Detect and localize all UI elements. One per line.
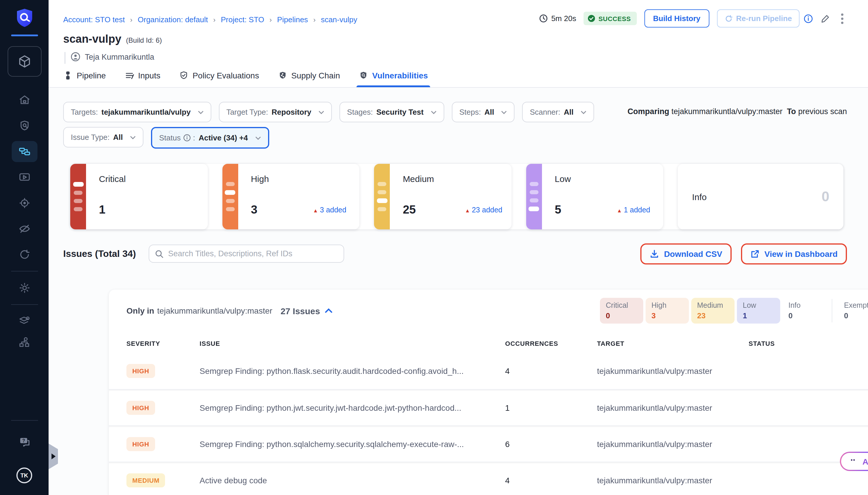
issue-title[interactable]: Semgrep Finding: python.sqlalchemy.secur… — [200, 439, 505, 448]
ai-robot-icon — [849, 456, 859, 466]
severity-card-medium[interactable]: Medium 25 ▲23 added — [374, 164, 511, 229]
severity-card-low[interactable]: Low 5 ▲1 added — [526, 164, 663, 229]
tab-policy-evaluations[interactable]: Policy Evaluations — [179, 64, 259, 87]
chip-exempted: Exempted0 — [838, 298, 868, 324]
info-icon — [804, 14, 813, 23]
severity-chip-row: Critical0 High3 Medium23 Low1 Info0 — [600, 298, 868, 324]
issue-title[interactable]: Semgrep Finding: python.flask.security.a… — [200, 366, 505, 376]
sidebar-item-home[interactable] — [12, 89, 37, 110]
sidebar-item-overview[interactable] — [12, 115, 37, 136]
filter-stages[interactable]: Stages:Security Test — [339, 102, 444, 122]
build-history-button[interactable]: Build History — [644, 10, 709, 28]
filter-scanner[interactable]: Scanner:All — [522, 102, 594, 122]
issue-target: tejakummarikuntla/vulpy:master — [597, 475, 749, 485]
help-button[interactable]: ? — [12, 431, 37, 452]
sidebar-item-targets[interactable] — [12, 192, 37, 214]
main-area: Account: STO test › Organization: defaul… — [49, 0, 868, 495]
eye-off-icon — [18, 222, 31, 235]
info-button[interactable] — [804, 14, 813, 23]
issue-row[interactable]: MEDIUM Active debug code 4 tejakummariku… — [109, 462, 868, 495]
ask-ai-button[interactable]: Ask AI — [840, 452, 868, 471]
breadcrumb-separator: › — [270, 16, 272, 24]
logo-underline — [11, 35, 38, 36]
user-icon — [71, 52, 80, 62]
issue-title[interactable]: Semgrep Finding: python.jwt.security.jwt… — [200, 403, 505, 412]
chip-medium: Medium23 — [691, 298, 734, 324]
sidebar-item-default-settings[interactable] — [12, 311, 37, 332]
filter-issue-type[interactable]: Issue Type:All — [63, 127, 143, 148]
issue-row[interactable]: HIGH Semgrep Finding: python.sqlalchemy.… — [109, 425, 868, 462]
issue-title[interactable]: Active debug code — [200, 475, 505, 485]
breadcrumb-pipelines[interactable]: Pipelines — [277, 15, 308, 24]
breadcrumb-separator: › — [313, 16, 316, 24]
refresh-icon — [724, 14, 732, 22]
up-triangle-icon: ▲ — [617, 208, 622, 214]
issues-search[interactable] — [149, 244, 344, 263]
breadcrumb-current[interactable]: scan-vulpy — [321, 15, 357, 24]
severity-summary: Critical 1 High 3 ▲3 added M — [70, 164, 844, 229]
pencil-icon — [821, 14, 830, 23]
tab-inputs[interactable]: Inputs — [125, 64, 160, 87]
filter-target-type[interactable]: Target Type:Repository — [219, 102, 331, 122]
target-icon — [18, 197, 31, 209]
card-count: 3 — [251, 203, 257, 217]
collapse-group-button[interactable] — [325, 308, 333, 313]
search-icon — [155, 250, 163, 258]
download-csv-button[interactable]: Download CSV — [641, 243, 732, 264]
sidebar-item-project-settings[interactable] — [12, 277, 37, 298]
pipeline-icon — [18, 145, 31, 158]
sidebar-item-pipelines[interactable] — [12, 141, 37, 162]
chevron-down-icon — [198, 110, 203, 114]
user-avatar[interactable]: TK — [16, 467, 32, 483]
author-row: Teja Kummarikuntla — [64, 52, 847, 64]
breadcrumb-org[interactable]: Organization: default — [138, 15, 208, 24]
severity-card-high[interactable]: High 3 ▲3 added — [222, 164, 359, 229]
sidebar-item-test-targets[interactable] — [12, 218, 37, 239]
tab-pipeline[interactable]: Pipeline — [63, 64, 106, 87]
filter-steps[interactable]: Steps:All — [452, 102, 514, 122]
filter-status[interactable]: Status : Active (34) +4 — [151, 127, 269, 149]
left-nav-sidebar: ? TK — [0, 0, 49, 495]
rerun-pipeline-button[interactable]: Re-run Pipeline — [717, 10, 800, 28]
chevron-up-icon — [325, 308, 333, 313]
severity-card-info[interactable]: Info 0 — [678, 164, 844, 229]
app-root: ? TK Account: STO test › Organization: d… — [0, 0, 868, 495]
info-icon — [183, 134, 190, 141]
occurrences-count: 6 — [505, 439, 597, 448]
module-selector[interactable] — [7, 46, 41, 76]
breadcrumb: Account: STO test › Organization: defaul… — [63, 15, 357, 24]
breadcrumb-account[interactable]: Account: STO test — [63, 15, 125, 24]
issue-row[interactable]: HIGH Semgrep Finding: python.jwt.securit… — [109, 389, 868, 425]
occurrences-count: 1 — [505, 403, 597, 412]
sidebar-divider — [11, 271, 38, 272]
card-count: 25 — [403, 203, 416, 217]
view-in-dashboard-button[interactable]: View in Dashboard — [741, 243, 847, 264]
cube-icon — [17, 54, 32, 69]
card-count: 1 — [99, 203, 105, 217]
filter-targets[interactable]: Targets:tejakummarikuntla/vulpy — [63, 102, 211, 122]
card-label: Critical — [99, 174, 126, 184]
search-input[interactable] — [168, 249, 338, 258]
edit-pipeline-button[interactable] — [821, 14, 830, 23]
issue-row[interactable]: HIGH Semgrep Finding: python.flask.secur… — [109, 353, 868, 389]
sidebar-item-governance[interactable] — [12, 332, 37, 353]
issue-target: tejakummarikuntla/vulpy:master — [597, 366, 749, 376]
medium-gauge — [374, 164, 390, 229]
tab-supply-chain[interactable]: Supply Chain — [278, 64, 340, 87]
chip-divider — [832, 299, 832, 322]
author-name: Teja Kummarikuntla — [85, 52, 154, 61]
sidebar-item-executions[interactable] — [12, 167, 37, 188]
col-issue: ISSUE — [200, 340, 505, 347]
layers-gear-icon — [18, 315, 31, 328]
chevron-down-icon — [319, 110, 324, 114]
severity-card-critical[interactable]: Critical 1 — [70, 164, 207, 229]
breadcrumb-project[interactable]: Project: STO — [221, 15, 264, 24]
tab-vulnerabilities[interactable]: Vulnerabilities — [359, 64, 428, 87]
more-options-button[interactable] — [837, 12, 847, 25]
comparing-label: Comparing tejakummarikuntla/vulpy:master… — [627, 107, 847, 116]
sidebar-divider — [11, 304, 38, 305]
shield-search-icon — [18, 119, 31, 132]
sidebar-item-getting-started[interactable] — [12, 244, 37, 265]
severity-badge: MEDIUM — [126, 473, 165, 487]
shield-nodes-icon — [278, 71, 287, 80]
